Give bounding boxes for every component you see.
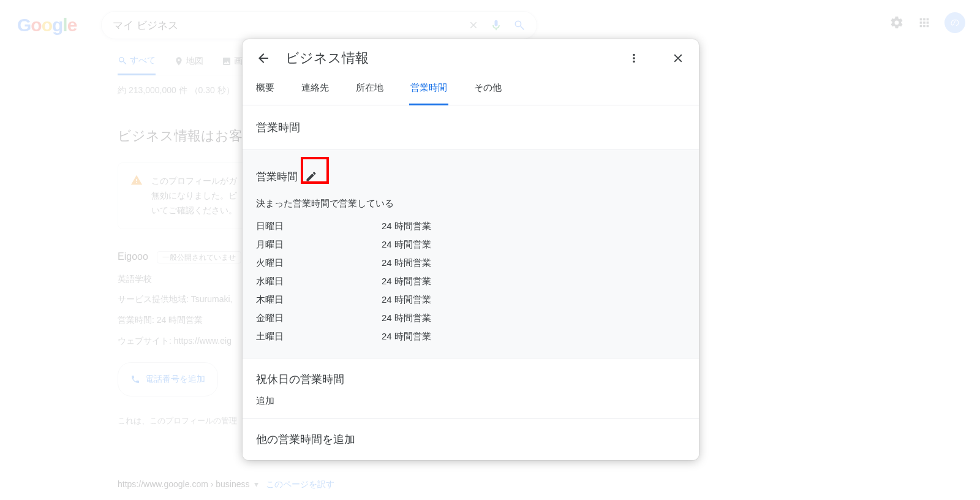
hours-section: 営業時間 決まった営業時間で営業している 日曜日24 時間営業 月曜日24 時間… bbox=[243, 150, 699, 358]
add-more-hours-button[interactable]: 他の営業時間を追加 bbox=[243, 419, 699, 460]
add-holiday-hours-button[interactable]: 追加 bbox=[256, 395, 685, 407]
hours-title: 営業時間 bbox=[256, 170, 298, 184]
section-title: 営業時間 bbox=[243, 105, 699, 150]
modal-tab-contact[interactable]: 連絡先 bbox=[300, 75, 330, 105]
modal-title: ビジネス情報 bbox=[285, 49, 612, 67]
hours-row: 日曜日24 時間営業 bbox=[256, 217, 685, 235]
modal-tab-hours[interactable]: 営業時間 bbox=[409, 75, 448, 105]
more-options-button[interactable] bbox=[625, 50, 643, 67]
pencil-icon bbox=[305, 170, 317, 183]
modal-tab-location[interactable]: 所在地 bbox=[355, 75, 385, 105]
hours-table: 日曜日24 時間営業 月曜日24 時間営業 火曜日24 時間営業 水曜日24 時… bbox=[256, 217, 685, 346]
hours-subtitle: 決まった営業時間で営業している bbox=[256, 198, 685, 210]
hours-row: 火曜日24 時間営業 bbox=[256, 254, 685, 272]
edit-hours-button[interactable] bbox=[298, 164, 325, 189]
hours-row: 土曜日24 時間営業 bbox=[256, 327, 685, 346]
hours-row: 木曜日24 時間営業 bbox=[256, 290, 685, 309]
holiday-hours-title: 祝休日の営業時間 bbox=[256, 372, 685, 387]
hours-row: 金曜日24 時間営業 bbox=[256, 309, 685, 327]
modal-tab-overview[interactable]: 概要 bbox=[255, 75, 276, 105]
hours-row: 月曜日24 時間営業 bbox=[256, 235, 685, 254]
hours-row: 水曜日24 時間営業 bbox=[256, 272, 685, 290]
modal-tab-more[interactable]: その他 bbox=[473, 75, 503, 105]
back-button[interactable] bbox=[255, 50, 272, 67]
modal-tabs: 概要 連絡先 所在地 営業時間 その他 bbox=[243, 75, 699, 105]
holiday-hours-section: 祝休日の営業時間 追加 bbox=[243, 358, 699, 419]
close-button[interactable] bbox=[669, 50, 687, 67]
business-info-modal: ビジネス情報 概要 連絡先 所在地 営業時間 その他 営業時間 営業時間 決まっ… bbox=[243, 39, 699, 460]
